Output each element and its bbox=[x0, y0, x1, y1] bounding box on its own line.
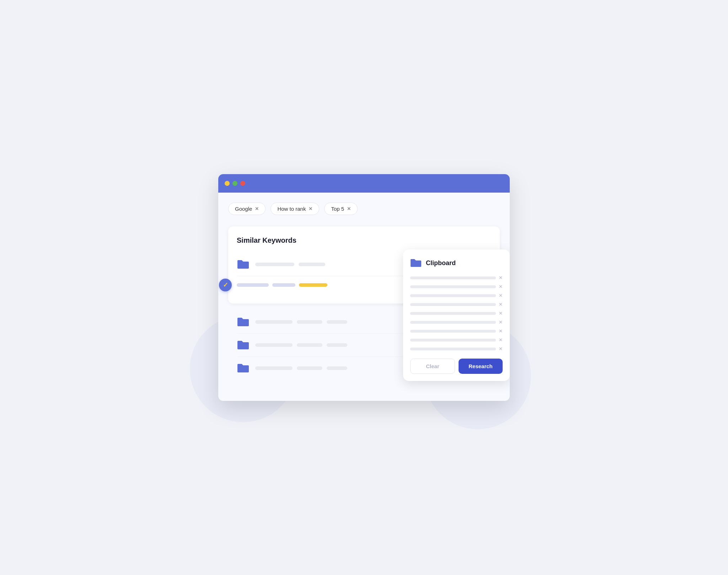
clipboard-item-bar bbox=[410, 348, 496, 350]
placeholder-bar bbox=[237, 283, 269, 287]
folder-icon bbox=[237, 259, 250, 270]
tag-how-to-rank[interactable]: How to rank ✕ bbox=[271, 203, 319, 215]
tag-top-5[interactable]: Top 5 ✕ bbox=[324, 203, 358, 215]
clipboard-item-bar bbox=[410, 312, 496, 315]
tag-how-to-rank-label: How to rank bbox=[277, 206, 306, 212]
clipboard-item-remove[interactable]: ✕ bbox=[499, 346, 503, 351]
tag-google-close[interactable]: ✕ bbox=[255, 206, 259, 211]
placeholder-bar bbox=[255, 343, 293, 347]
folder-icon bbox=[237, 316, 250, 328]
list-item: ✕ bbox=[410, 302, 503, 307]
check-circle bbox=[219, 279, 232, 291]
clipboard-header: Clipboard bbox=[410, 258, 503, 268]
list-item: ✕ bbox=[410, 328, 503, 334]
clipboard-item-bar bbox=[410, 339, 496, 342]
clipboard-item-bar bbox=[410, 330, 496, 333]
clipboard-item-bar bbox=[410, 321, 496, 324]
clipboard-item-bar bbox=[410, 285, 496, 288]
browser-window: Google ✕ How to rank ✕ Top 5 ✕ Similar K… bbox=[218, 174, 510, 401]
list-item: ✕ bbox=[410, 346, 503, 351]
placeholder-bar bbox=[272, 283, 295, 287]
folder-icon bbox=[237, 362, 250, 374]
placeholder-bar bbox=[327, 320, 347, 324]
list-item: ✕ bbox=[410, 284, 503, 289]
highlight-bar bbox=[299, 283, 327, 287]
placeholder-bar bbox=[327, 366, 347, 370]
clipboard-item-bar bbox=[410, 276, 496, 279]
browser-content: Google ✕ How to rank ✕ Top 5 ✕ Similar K… bbox=[218, 193, 510, 401]
tags-row: Google ✕ How to rank ✕ Top 5 ✕ bbox=[228, 203, 500, 215]
placeholder-bar bbox=[299, 263, 325, 266]
clipboard-title: Clipboard bbox=[426, 259, 456, 267]
traffic-light-green[interactable] bbox=[232, 181, 237, 186]
clipboard-item-remove[interactable]: ✕ bbox=[499, 284, 503, 289]
tag-how-to-rank-close[interactable]: ✕ bbox=[309, 206, 312, 211]
clipboard-panel: Clipboard ✕ ✕ ✕ bbox=[403, 249, 510, 381]
clipboard-actions: Clear Research bbox=[410, 359, 503, 374]
clipboard-item-bar bbox=[410, 294, 496, 297]
placeholder-bar bbox=[255, 263, 294, 266]
placeholder-bar bbox=[297, 366, 322, 370]
clipboard-item-remove[interactable]: ✕ bbox=[499, 319, 503, 325]
research-button[interactable]: Research bbox=[459, 359, 503, 374]
clipboard-item-remove[interactable]: ✕ bbox=[499, 337, 503, 343]
list-item: ✕ bbox=[410, 319, 503, 325]
placeholder-bar bbox=[297, 320, 322, 324]
tag-top-5-close[interactable]: ✕ bbox=[347, 206, 351, 211]
clipboard-item-bar bbox=[410, 303, 496, 306]
browser-titlebar bbox=[218, 174, 510, 193]
clipboard-folder-icon bbox=[410, 258, 422, 268]
placeholder-bar bbox=[255, 320, 293, 324]
tag-top-5-label: Top 5 bbox=[331, 206, 344, 212]
list-item: ✕ bbox=[410, 275, 503, 280]
clear-button[interactable]: Clear bbox=[410, 359, 455, 374]
folder-icon bbox=[237, 339, 250, 351]
section-title: Similar Keywords bbox=[237, 236, 491, 244]
clipboard-item-remove[interactable]: ✕ bbox=[499, 293, 503, 298]
list-item: ✕ bbox=[410, 311, 503, 316]
list-item: ✕ bbox=[410, 337, 503, 343]
traffic-light-yellow[interactable] bbox=[225, 181, 230, 186]
clipboard-item-remove[interactable]: ✕ bbox=[499, 275, 503, 280]
clipboard-item-remove[interactable]: ✕ bbox=[499, 311, 503, 316]
clipboard-item-remove[interactable]: ✕ bbox=[499, 302, 503, 307]
clipboard-item-remove[interactable]: ✕ bbox=[499, 328, 503, 334]
placeholder-bar bbox=[327, 343, 347, 347]
placeholder-bar bbox=[255, 366, 293, 370]
traffic-light-red[interactable] bbox=[240, 181, 245, 186]
tag-google-label: Google bbox=[235, 206, 252, 212]
screen-wrapper: Google ✕ How to rank ✕ Top 5 ✕ Similar K… bbox=[218, 174, 510, 401]
placeholder-bar bbox=[297, 343, 322, 347]
list-item: ✕ bbox=[410, 293, 503, 298]
clipboard-items: ✕ ✕ ✕ ✕ ✕ bbox=[410, 275, 503, 351]
tag-google[interactable]: Google ✕ bbox=[228, 203, 266, 215]
